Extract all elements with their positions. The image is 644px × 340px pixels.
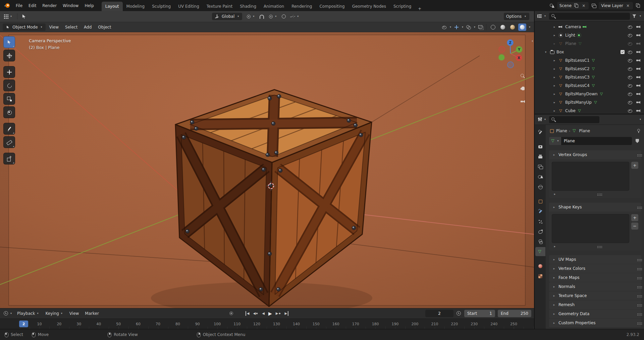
xray-toggle-icon[interactable] (478, 25, 483, 30)
resize-grip-icon[interactable] (597, 194, 598, 194)
properties-tab[interactable] (535, 197, 545, 206)
proportional-editing-icon[interactable] (281, 14, 286, 19)
sidebar-toggle[interactable] (532, 38, 533, 43)
tool-button[interactable] (3, 153, 15, 164)
blender-logo-icon[interactable] (3, 3, 11, 8)
properties-tab[interactable] (535, 227, 545, 236)
workspace-tab[interactable]: Layout (102, 2, 123, 11)
view-layer-selector[interactable]: View Layer (599, 2, 633, 9)
play-button[interactable] (268, 310, 273, 317)
shading-material-button[interactable] (508, 23, 517, 31)
next-keyframe-button[interactable] (275, 311, 282, 316)
properties-tab[interactable] (535, 162, 545, 171)
workspace-tab[interactable]: UV Editing (174, 2, 203, 11)
object-name[interactable]: Cube (565, 108, 576, 113)
disclosure-triangle-icon[interactable] (552, 92, 557, 96)
outliner-row[interactable]: BpltsLessC3 (535, 73, 644, 81)
tool-button[interactable] (3, 36, 15, 48)
datablock-browse-button[interactable] (549, 137, 561, 145)
properties-tab[interactable] (535, 247, 545, 256)
disclosure-triangle-icon[interactable] (552, 67, 557, 70)
prev-keyframe-button[interactable] (253, 311, 259, 316)
viewport-menu-item[interactable]: Select (62, 25, 80, 30)
disclosure-triangle-icon[interactable] (552, 245, 557, 248)
pan-button[interactable] (518, 84, 527, 93)
tool-button[interactable] (3, 136, 15, 148)
navigation-gizmo[interactable]: Z Y X (495, 38, 526, 69)
hide-viewport-icon[interactable] (628, 24, 633, 30)
menubar-item[interactable]: Render (39, 3, 60, 8)
chevron-down-icon[interactable] (449, 26, 452, 29)
hide-viewport-icon[interactable] (628, 100, 633, 105)
hide-viewport-icon[interactable] (628, 83, 633, 88)
section-grip-icon[interactable] (637, 259, 638, 260)
tool-button[interactable] (3, 66, 15, 78)
properties-tab[interactable] (535, 142, 545, 151)
disable-render-icon[interactable] (636, 58, 641, 63)
workspace-tab[interactable]: Sculpting (148, 2, 174, 11)
hide-viewport-icon[interactable] (628, 49, 633, 55)
disable-render-icon[interactable] (636, 83, 641, 88)
hide-viewport-icon[interactable] (628, 75, 633, 80)
hide-viewport-icon[interactable] (628, 108, 633, 113)
properties-tab[interactable] (535, 182, 545, 191)
object-name[interactable]: Plane (565, 41, 576, 46)
disclosure-triangle-icon[interactable] (552, 25, 557, 29)
jump-to-end-button[interactable] (284, 311, 288, 316)
viewport-menu-item[interactable]: Object (95, 25, 114, 30)
menubar-item[interactable]: Help (82, 3, 97, 8)
object-name[interactable]: BpltsManyDown (565, 92, 598, 96)
disable-render-icon[interactable] (636, 24, 641, 30)
start-frame-field[interactable]: Start 1 (464, 310, 495, 317)
datablock-name-field[interactable]: Plane (561, 137, 632, 145)
hide-viewport-icon[interactable] (628, 41, 633, 46)
disable-render-icon[interactable] (636, 41, 641, 46)
proportional-falloff-dropdown[interactable] (289, 14, 300, 19)
shading-rendered-button[interactable] (518, 23, 526, 31)
auto-keying-toggle[interactable] (229, 311, 233, 315)
disable-render-icon[interactable] (636, 100, 641, 105)
workspace-tab[interactable]: Geometry Nodes (348, 2, 390, 11)
menubar-item[interactable]: File (13, 3, 25, 8)
hide-viewport-icon[interactable] (628, 33, 633, 38)
orientation-dropdown[interactable]: Global (212, 13, 242, 20)
object-name[interactable]: Light (565, 33, 575, 38)
hide-viewport-icon[interactable] (628, 66, 633, 71)
tool-button[interactable] (3, 106, 15, 118)
viewport-menu-item[interactable]: Add (81, 25, 94, 30)
menubar-item[interactable]: Edit (25, 3, 39, 8)
disclosure-triangle-icon[interactable] (552, 34, 557, 37)
active-tool-icon[interactable] (21, 14, 26, 19)
empty-list-box[interactable] (552, 214, 629, 243)
gizmo-neg-y-axis[interactable] (498, 54, 504, 60)
outliner-row[interactable]: Plane (535, 39, 644, 48)
workspace-tab[interactable]: Scripting (390, 2, 415, 11)
filter-icon[interactable] (632, 13, 637, 19)
outliner-row[interactable]: Light (535, 31, 644, 39)
disclosure-triangle-icon[interactable] (552, 59, 557, 62)
workspace-tab[interactable]: Compositing (316, 2, 348, 11)
current-frame-field[interactable]: 2 (425, 310, 453, 317)
timeline-menu-item[interactable]: Playback (15, 311, 42, 316)
timeline-menu-item[interactable]: View (67, 311, 81, 316)
object-name[interactable]: Camera (565, 25, 581, 29)
tool-button[interactable] (3, 80, 15, 91)
outliner-row[interactable]: BpltsLessC4 (535, 81, 644, 90)
section-grip-icon[interactable] (637, 323, 638, 323)
section-header[interactable]: UV Maps (549, 255, 641, 264)
outliner-row[interactable]: BpltsLessC2 (535, 64, 644, 73)
properties-tab[interactable] (535, 261, 545, 271)
disclosure-triangle-icon[interactable] (552, 76, 557, 79)
timeline-menu-item[interactable]: Keying (43, 311, 66, 316)
viewport-canvas[interactable]: Camera Perspective (2) Box | Plane (0, 32, 534, 308)
snap-toggle-icon[interactable] (259, 14, 264, 19)
properties-editor-selector[interactable] (537, 117, 547, 122)
disclosure-triangle-icon[interactable] (552, 42, 557, 45)
disable-render-icon[interactable] (636, 66, 641, 71)
properties-tab[interactable] (535, 272, 545, 281)
outliner-row[interactable]: BpltsManyUp (535, 98, 644, 106)
preview-range-icon[interactable] (456, 311, 462, 316)
object-name[interactable]: BpltsLessC2 (565, 66, 590, 71)
section-grip-icon[interactable] (637, 295, 638, 296)
section-header[interactable]: Face Maps (549, 273, 641, 282)
